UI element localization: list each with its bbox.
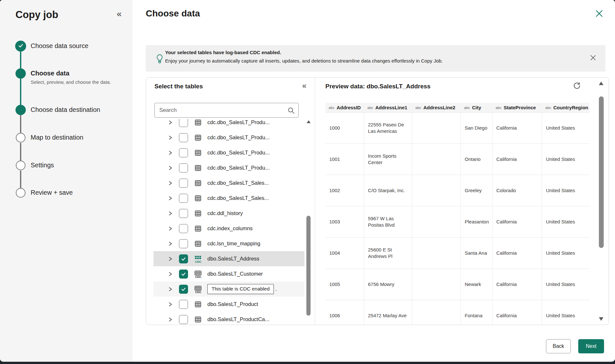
chevron-right-icon[interactable] xyxy=(168,226,173,231)
refresh-icon[interactable] xyxy=(572,82,581,91)
table-checkbox[interactable] xyxy=(179,119,188,127)
table-row[interactable]: cdc.dbo_SalesLT_Produ... xyxy=(154,130,304,145)
chevron-right-icon[interactable] xyxy=(168,181,173,186)
close-icon[interactable] xyxy=(594,9,604,19)
scroll-up-icon[interactable] xyxy=(599,82,603,85)
table-row[interactable]: cdc.dbo_SalesLT_Produ... xyxy=(154,160,304,175)
column-header[interactable]: abcStateProvince xyxy=(492,103,542,112)
chevron-right-icon[interactable] xyxy=(168,241,173,246)
table-icon xyxy=(194,240,202,248)
scroll-down-icon[interactable] xyxy=(599,317,603,321)
chevron-right-icon[interactable] xyxy=(168,317,173,322)
page-title: Choose data xyxy=(146,8,200,19)
preview-cell: Incom Sports Center xyxy=(364,144,412,175)
preview-cell: 1006 xyxy=(325,300,364,325)
table-checkbox[interactable] xyxy=(179,239,188,248)
step-connector xyxy=(20,52,21,68)
table-checkbox[interactable] xyxy=(179,254,188,263)
back-button[interactable]: Back xyxy=(546,339,571,353)
chevron-right-icon[interactable] xyxy=(168,165,173,171)
scrollbar-thumb[interactable] xyxy=(306,216,311,316)
table-checkbox[interactable] xyxy=(179,133,188,142)
step-circle-3[interactable] xyxy=(15,105,26,115)
preview-cell: United States xyxy=(542,269,590,300)
table-row[interactable]: cdc.ddl_history xyxy=(154,206,304,221)
banner-close-icon[interactable] xyxy=(589,54,597,62)
table-row[interactable]: CDCdbo.SalesLT_Customer xyxy=(154,266,304,281)
next-button[interactable]: Next xyxy=(578,339,604,353)
table-row[interactable]: dbo.SalesLT_ProductCa... xyxy=(154,312,304,324)
table-row[interactable]: CDCThis table is CDC enabled. xyxy=(154,281,304,297)
preview-data-row: 1001Incom Sports CenterOntarioCalifornia… xyxy=(325,144,590,175)
wizard-sidebar: Copy job « Choose data sourceChoose data… xyxy=(0,0,132,362)
step-circle-6[interactable] xyxy=(16,188,25,198)
search-input[interactable] xyxy=(159,103,285,117)
table-row[interactable]: cdc.index_columns xyxy=(154,221,304,236)
chevron-right-icon[interactable] xyxy=(168,120,173,125)
check-icon xyxy=(18,43,24,50)
table-checkbox[interactable] xyxy=(179,148,188,157)
chevron-right-icon[interactable] xyxy=(168,287,173,292)
chevron-right-icon[interactable] xyxy=(168,150,173,155)
chevron-right-icon[interactable] xyxy=(168,271,173,277)
banner-title: Your selected tables have log-based CDC … xyxy=(165,50,583,55)
column-header[interactable]: abcAddressID xyxy=(325,103,364,112)
column-header[interactable]: abcCity xyxy=(461,103,492,112)
column-header[interactable]: abcAddressLine2 xyxy=(412,103,461,112)
chevron-right-icon[interactable] xyxy=(168,256,173,261)
preview-cell xyxy=(412,300,461,325)
column-name: City xyxy=(472,105,481,110)
table-row[interactable]: cdc.dbo_SalesLT_Sales... xyxy=(154,191,304,206)
preview-cell: Pleasanton xyxy=(461,206,492,237)
table-row[interactable]: CDCdbo.SalesLT_Address xyxy=(154,251,304,266)
table-icon xyxy=(194,209,202,218)
preview-cell xyxy=(412,269,461,300)
step-circle-1[interactable] xyxy=(15,41,26,52)
step-sublabel: Select, preview, and choose the data. xyxy=(31,79,111,85)
table-checkbox[interactable] xyxy=(179,224,188,233)
pane-collapse-icon[interactable]: « xyxy=(302,82,306,90)
step-circle-5[interactable] xyxy=(16,161,25,170)
lightbulb-icon xyxy=(155,54,164,65)
sidebar-collapse-icon[interactable]: « xyxy=(117,10,122,18)
step-circle-4[interactable] xyxy=(16,133,25,143)
copy-job-dialog: Copy job « Choose data sourceChoose data… xyxy=(0,0,615,362)
step-label[interactable]: Settings xyxy=(31,162,54,169)
chevron-right-icon[interactable] xyxy=(168,135,173,140)
column-type-icon: abc xyxy=(464,106,470,110)
preview-cell xyxy=(412,238,461,269)
table-row[interactable]: dbo.SalesLT_Product xyxy=(154,297,304,312)
scrollbar-thumb[interactable] xyxy=(599,96,604,248)
table-row[interactable]: cdc.dbo_SalesLT_Sales... xyxy=(154,175,304,191)
step-label[interactable]: Map to destination xyxy=(31,134,83,141)
table-checkbox[interactable] xyxy=(179,194,188,203)
step-label[interactable]: Review + save xyxy=(31,189,73,196)
step-circle-2[interactable] xyxy=(15,68,26,79)
preview-cell: 1001 xyxy=(325,144,364,175)
table-checkbox[interactable] xyxy=(179,179,188,188)
table-checkbox[interactable] xyxy=(179,270,188,279)
preview-cell: 1004 xyxy=(325,238,364,269)
chevron-right-icon[interactable] xyxy=(168,211,173,216)
table-row[interactable]: cdc.dbo_SalesLT_Produ... xyxy=(154,145,304,160)
table-row[interactable]: cdc.dbo_SalesLT_Produ... xyxy=(154,119,304,130)
wizard-title: Copy job xyxy=(15,9,58,21)
chevron-right-icon[interactable] xyxy=(168,196,173,201)
preview-cell: 1003 xyxy=(325,206,364,237)
column-header[interactable]: abcAddressLine1 xyxy=(364,103,412,112)
table-checkbox[interactable] xyxy=(179,209,188,218)
table-name: dbo.SalesLT_Address xyxy=(207,256,259,262)
table-checkbox[interactable] xyxy=(179,285,188,294)
step-label[interactable]: Choose data destination xyxy=(31,106,100,113)
table-checkbox[interactable] xyxy=(179,300,188,309)
table-row[interactable]: cdc.lsn_time_mapping xyxy=(154,236,304,251)
step-connector xyxy=(20,79,21,105)
preview-cell: United States xyxy=(542,300,590,325)
table-checkbox[interactable] xyxy=(179,315,188,324)
column-header[interactable]: abcCountryRegion xyxy=(542,103,590,112)
step-label[interactable]: Choose data source xyxy=(31,42,88,50)
chevron-right-icon[interactable] xyxy=(168,302,173,307)
scroll-up-icon[interactable] xyxy=(307,120,311,123)
table-checkbox[interactable] xyxy=(179,163,188,172)
step-label[interactable]: Choose data xyxy=(31,70,69,77)
